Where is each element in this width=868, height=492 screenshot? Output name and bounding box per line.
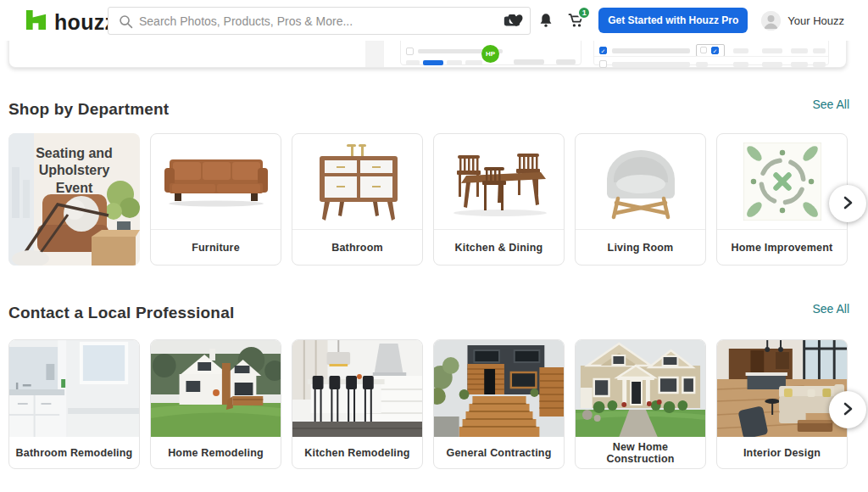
promo-banner-strip: HP ✓ ✓ (0, 41, 868, 78)
account-label: Your Houzz (787, 14, 844, 27)
dining-set-image (434, 134, 564, 229)
skeleton-bar (612, 62, 690, 67)
houzz-pro-promo-banner[interactable]: HP ✓ ✓ (8, 41, 847, 68)
search-input[interactable] (139, 14, 498, 28)
avatar (761, 11, 781, 31)
chevron-right-icon (839, 400, 856, 420)
banner-divider-column (365, 41, 384, 67)
skeleton-bar (556, 59, 576, 64)
your-houzz-account[interactable]: Your Houzz (761, 11, 844, 31)
skeleton-checkbox-checked: ✓ (711, 47, 719, 54)
promo-card-title: Seating and Upholstery Event (8, 145, 140, 197)
cart-icon[interactable]: 1 (567, 12, 584, 29)
department-card-label: Living Room (576, 229, 705, 265)
houzz-pro-hp-badge: HP (481, 45, 499, 63)
pro-card-label: Bathroom Remodeling (9, 437, 139, 468)
skeleton-bar (762, 48, 782, 53)
skeleton-checkbox (700, 47, 707, 53)
notifications-bell-icon[interactable] (537, 12, 554, 29)
pro-card-new-home-construction[interactable]: New Home Construction (575, 339, 706, 469)
pro-card-interior-design[interactable]: Interior Design (716, 339, 848, 469)
pros-carousel-next-button[interactable] (829, 391, 866, 428)
pro-card-bathroom-remodeling[interactable]: Bathroom Remodeling (8, 339, 140, 469)
interior-design-photo (717, 340, 847, 437)
pro-card-label: New Home Construction (576, 437, 705, 468)
shop-by-department-title: Shop by Department (8, 100, 169, 119)
skeleton-bar (791, 48, 808, 53)
department-card-kitchen-dining[interactable]: Kitchen & Dining (433, 133, 565, 266)
skeleton-bar (733, 48, 748, 53)
department-card-bathroom[interactable]: Bathroom (292, 133, 423, 266)
department-card-living-room[interactable]: Living Room (575, 133, 706, 266)
banner-checklist-skeleton-card: ✓ ✓ (593, 41, 829, 65)
skeleton-bar (514, 59, 544, 64)
get-started-houzz-pro-button[interactable]: Get Started with Houzz Pro (598, 8, 748, 33)
skeleton-row-divider (594, 56, 828, 57)
skeleton-bar (762, 62, 782, 67)
skeleton-bar (612, 48, 690, 53)
skeleton-bar (813, 62, 826, 67)
skeleton-bar (813, 48, 826, 53)
department-card-label: Kitchen & Dining (434, 229, 564, 265)
barrel-chair-image (576, 134, 705, 229)
bathroom-remodeling-photo (9, 340, 139, 437)
skeleton-bar (447, 60, 462, 65)
top-navigation-bar: houzz 1 Get Started with Houzz Pro (0, 0, 868, 41)
cart-count-badge: 1 (577, 6, 591, 20)
department-card-label: Home Improvement (717, 229, 847, 265)
banner-ui-skeleton-card: HP (400, 41, 581, 65)
pros-see-all-link[interactable]: See All (812, 302, 849, 316)
contact-local-professional-title: Contact a Local Professional (8, 304, 234, 322)
skeleton-bar (406, 60, 420, 65)
pro-card-home-remodeling[interactable]: Home Remodeling (150, 339, 281, 469)
department-card-furniture[interactable]: Furniture (150, 133, 281, 266)
houzz-logo[interactable]: houzz (24, 8, 115, 36)
general-contracting-photo (434, 340, 564, 437)
bathroom-vanity-image (292, 134, 422, 229)
skeleton-bar-blue (423, 60, 443, 65)
skeleton-checkbox (406, 48, 414, 55)
houzz-logo-wordmark: houzz (54, 9, 115, 35)
skeleton-bar (733, 62, 748, 67)
houzz-logo-icon (24, 8, 48, 36)
department-card-promo[interactable]: Seating and Upholstery Event (8, 133, 140, 266)
chevron-right-icon (839, 194, 856, 214)
pro-card-general-contracting[interactable]: General Contracting (433, 339, 565, 469)
skeleton-bar (696, 62, 708, 67)
pro-card-label: Kitchen Remodeling (292, 437, 422, 468)
furniture-sofa-image (151, 134, 281, 229)
pro-card-label: Interior Design (717, 437, 847, 468)
skeleton-checkbox (599, 60, 607, 68)
skeleton-bar (465, 60, 482, 65)
search-icon (118, 14, 134, 33)
favorites-heart-icon[interactable] (508, 12, 525, 29)
professional-cards-row: Bathroom Remodeling (8, 339, 848, 469)
pro-card-kitchen-remodeling[interactable]: Kitchen Remodeling (292, 339, 423, 469)
skeleton-bar (791, 62, 808, 67)
department-cards-row: Seating and Upholstery Event (8, 133, 848, 266)
kitchen-remodeling-photo (292, 340, 422, 437)
header-actions: 1 Get Started with Houzz Pro Your Houzz (495, 0, 844, 41)
department-card-label: Bathroom (292, 229, 422, 265)
skeleton-checkbox-checked: ✓ (599, 47, 607, 54)
shop-carousel-next-button[interactable] (829, 185, 866, 222)
pro-card-label: General Contracting (434, 437, 564, 468)
shop-see-all-link[interactable]: See All (812, 98, 849, 111)
skeleton-control-box: ✓ (696, 44, 725, 57)
new-home-construction-photo (576, 340, 705, 437)
home-remodeling-photo (151, 340, 281, 437)
department-card-label: Furniture (151, 229, 281, 265)
department-card-home-improvement[interactable]: Home Improvement (716, 133, 848, 266)
search-bar (108, 7, 531, 35)
houzz-homepage: houzz 1 Get Started with Houzz Pro (0, 0, 868, 492)
pro-card-label: Home Remodeling (151, 437, 281, 468)
decorative-tile-image (717, 134, 847, 229)
